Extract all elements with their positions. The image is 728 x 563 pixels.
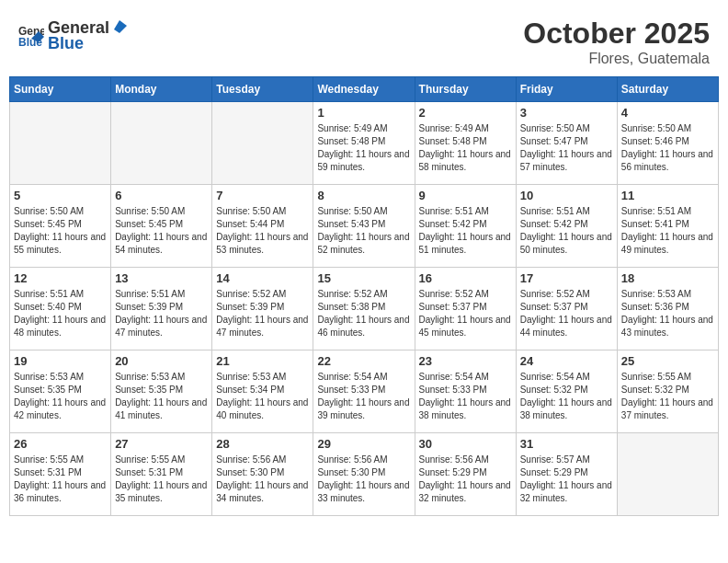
day-info: Sunrise: 5:50 AMSunset: 5:43 PMDaylight:… xyxy=(317,205,410,257)
day-info: Sunrise: 5:54 AMSunset: 5:33 PMDaylight:… xyxy=(419,371,512,422)
day-number: 31 xyxy=(520,437,613,451)
day-number: 6 xyxy=(115,189,208,202)
calendar-cell: 31 Sunrise: 5:57 AMSunset: 5:29 PMDaylig… xyxy=(516,433,617,516)
day-number: 3 xyxy=(520,106,613,120)
weekday-header-row: SundayMondayTuesdayWednesdayThursdayFrid… xyxy=(10,77,719,102)
day-number: 17 xyxy=(520,271,613,285)
calendar-cell: 30 Sunrise: 5:56 AMSunset: 5:29 PMDaylig… xyxy=(415,433,516,516)
day-number: 4 xyxy=(621,106,714,120)
day-number: 2 xyxy=(419,106,512,120)
calendar-cell: 11 Sunrise: 5:51 AMSunset: 5:41 PMDaylig… xyxy=(617,185,718,268)
week-row-3: 12 Sunrise: 5:51 AMSunset: 5:40 PMDaylig… xyxy=(10,268,719,350)
day-number: 30 xyxy=(419,437,512,451)
day-info: Sunrise: 5:49 AMSunset: 5:48 PMDaylight:… xyxy=(317,122,410,174)
day-info: Sunrise: 5:51 AMSunset: 5:42 PMDaylight:… xyxy=(419,205,512,257)
calendar-cell: 20 Sunrise: 5:53 AMSunset: 5:35 PMDaylig… xyxy=(111,350,212,433)
day-number: 11 xyxy=(621,189,714,202)
day-number: 21 xyxy=(216,354,309,368)
calendar-cell: 23 Sunrise: 5:54 AMSunset: 5:33 PMDaylig… xyxy=(415,350,516,433)
calendar-cell xyxy=(10,102,111,185)
day-number: 26 xyxy=(14,437,107,451)
calendar-cell: 6 Sunrise: 5:50 AMSunset: 5:45 PMDayligh… xyxy=(111,185,212,268)
logo: General Blue General Blue xyxy=(18,17,128,53)
day-number: 25 xyxy=(621,354,714,368)
logo-blue: Blue xyxy=(48,34,84,52)
day-info: Sunrise: 5:55 AMSunset: 5:32 PMDaylight:… xyxy=(621,371,714,422)
location-title: Flores, Guatemala xyxy=(523,51,710,67)
weekday-header-saturday: Saturday xyxy=(617,77,718,102)
calendar-cell: 22 Sunrise: 5:54 AMSunset: 5:33 PMDaylig… xyxy=(313,350,415,433)
week-row-4: 19 Sunrise: 5:53 AMSunset: 5:35 PMDaylig… xyxy=(10,350,719,433)
calendar-cell: 19 Sunrise: 5:53 AMSunset: 5:35 PMDaylig… xyxy=(10,350,111,433)
svg-marker-3 xyxy=(114,20,127,33)
day-info: Sunrise: 5:57 AMSunset: 5:29 PMDaylight:… xyxy=(520,454,613,505)
day-info: Sunrise: 5:50 AMSunset: 5:45 PMDaylight:… xyxy=(14,205,107,257)
day-info: Sunrise: 5:51 AMSunset: 5:39 PMDaylight:… xyxy=(115,288,208,339)
day-number: 24 xyxy=(520,354,613,368)
week-row-5: 26 Sunrise: 5:55 AMSunset: 5:31 PMDaylig… xyxy=(10,433,719,516)
calendar: SundayMondayTuesdayWednesdayThursdayFrid… xyxy=(9,76,719,516)
day-number: 9 xyxy=(419,189,512,202)
calendar-cell: 2 Sunrise: 5:49 AMSunset: 5:48 PMDayligh… xyxy=(415,102,516,185)
day-number: 18 xyxy=(621,271,714,285)
calendar-cell: 8 Sunrise: 5:50 AMSunset: 5:43 PMDayligh… xyxy=(313,185,415,268)
day-info: Sunrise: 5:54 AMSunset: 5:33 PMDaylight:… xyxy=(317,371,410,422)
calendar-cell: 29 Sunrise: 5:56 AMSunset: 5:30 PMDaylig… xyxy=(313,433,415,516)
day-info: Sunrise: 5:53 AMSunset: 5:35 PMDaylight:… xyxy=(115,371,208,422)
calendar-cell xyxy=(617,433,718,516)
calendar-cell: 15 Sunrise: 5:52 AMSunset: 5:38 PMDaylig… xyxy=(313,268,415,350)
week-row-2: 5 Sunrise: 5:50 AMSunset: 5:45 PMDayligh… xyxy=(10,185,719,268)
month-title: October 2025 xyxy=(523,17,710,51)
day-info: Sunrise: 5:55 AMSunset: 5:31 PMDaylight:… xyxy=(115,454,208,505)
day-number: 7 xyxy=(216,189,309,202)
day-info: Sunrise: 5:56 AMSunset: 5:30 PMDaylight:… xyxy=(317,454,410,505)
calendar-cell xyxy=(111,102,212,185)
week-row-1: 1 Sunrise: 5:49 AMSunset: 5:48 PMDayligh… xyxy=(10,102,719,185)
day-info: Sunrise: 5:50 AMSunset: 5:45 PMDaylight:… xyxy=(115,205,208,257)
weekday-header-monday: Monday xyxy=(111,77,212,102)
calendar-cell: 26 Sunrise: 5:55 AMSunset: 5:31 PMDaylig… xyxy=(10,433,111,516)
calendar-cell: 18 Sunrise: 5:53 AMSunset: 5:36 PMDaylig… xyxy=(617,268,718,350)
day-number: 28 xyxy=(216,437,309,451)
day-info: Sunrise: 5:51 AMSunset: 5:42 PMDaylight:… xyxy=(520,205,613,257)
weekday-header-tuesday: Tuesday xyxy=(212,77,313,102)
calendar-cell: 24 Sunrise: 5:54 AMSunset: 5:32 PMDaylig… xyxy=(516,350,617,433)
calendar-cell: 28 Sunrise: 5:56 AMSunset: 5:30 PMDaylig… xyxy=(212,433,313,516)
day-number: 13 xyxy=(115,271,208,285)
day-info: Sunrise: 5:56 AMSunset: 5:30 PMDaylight:… xyxy=(216,454,309,505)
day-number: 10 xyxy=(520,189,613,202)
weekday-header-sunday: Sunday xyxy=(10,77,111,102)
calendar-cell: 5 Sunrise: 5:50 AMSunset: 5:45 PMDayligh… xyxy=(10,185,111,268)
day-info: Sunrise: 5:52 AMSunset: 5:37 PMDaylight:… xyxy=(419,288,512,339)
calendar-cell: 21 Sunrise: 5:53 AMSunset: 5:34 PMDaylig… xyxy=(212,350,313,433)
day-info: Sunrise: 5:49 AMSunset: 5:48 PMDaylight:… xyxy=(419,122,512,174)
day-number: 15 xyxy=(317,271,410,285)
weekday-header-wednesday: Wednesday xyxy=(313,77,415,102)
day-info: Sunrise: 5:52 AMSunset: 5:37 PMDaylight:… xyxy=(520,288,613,339)
day-info: Sunrise: 5:52 AMSunset: 5:39 PMDaylight:… xyxy=(216,288,309,339)
calendar-cell: 10 Sunrise: 5:51 AMSunset: 5:42 PMDaylig… xyxy=(516,185,617,268)
day-info: Sunrise: 5:51 AMSunset: 5:41 PMDaylight:… xyxy=(621,205,714,257)
day-info: Sunrise: 5:54 AMSunset: 5:32 PMDaylight:… xyxy=(520,371,613,422)
day-number: 27 xyxy=(115,437,208,451)
logo-arrow-icon xyxy=(110,17,127,33)
calendar-cell: 3 Sunrise: 5:50 AMSunset: 5:47 PMDayligh… xyxy=(516,102,617,185)
day-number: 1 xyxy=(317,106,410,120)
day-number: 22 xyxy=(317,354,410,368)
calendar-cell: 9 Sunrise: 5:51 AMSunset: 5:42 PMDayligh… xyxy=(415,185,516,268)
calendar-cell xyxy=(212,102,313,185)
day-number: 14 xyxy=(216,271,309,285)
logo-icon: General Blue xyxy=(18,22,44,48)
calendar-cell: 4 Sunrise: 5:50 AMSunset: 5:46 PMDayligh… xyxy=(617,102,718,185)
day-number: 16 xyxy=(419,271,512,285)
day-info: Sunrise: 5:53 AMSunset: 5:34 PMDaylight:… xyxy=(216,371,309,422)
weekday-header-friday: Friday xyxy=(516,77,617,102)
day-info: Sunrise: 5:53 AMSunset: 5:35 PMDaylight:… xyxy=(14,371,107,422)
day-info: Sunrise: 5:50 AMSunset: 5:46 PMDaylight:… xyxy=(621,122,714,174)
weekday-header-thursday: Thursday xyxy=(415,77,516,102)
calendar-cell: 27 Sunrise: 5:55 AMSunset: 5:31 PMDaylig… xyxy=(111,433,212,516)
day-info: Sunrise: 5:50 AMSunset: 5:47 PMDaylight:… xyxy=(520,122,613,174)
day-number: 29 xyxy=(317,437,410,451)
calendar-cell: 13 Sunrise: 5:51 AMSunset: 5:39 PMDaylig… xyxy=(111,268,212,350)
calendar-cell: 16 Sunrise: 5:52 AMSunset: 5:37 PMDaylig… xyxy=(415,268,516,350)
